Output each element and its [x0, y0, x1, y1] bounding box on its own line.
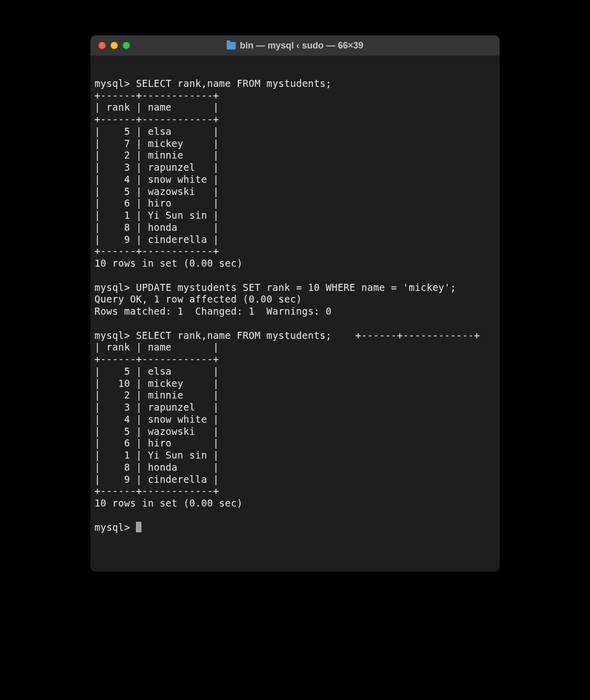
result-2a: Query OK, 1 row affected (0.00 sec)	[94, 293, 302, 305]
titlebar[interactable]: bin — mysql ‹ sudo — 66×39	[90, 35, 500, 56]
terminal-output: mysql> SELECT rank,name FROM mystudents;…	[90, 78, 500, 534]
window-title-text: bin — mysql ‹ sudo — 66×39	[240, 40, 364, 51]
table1-row: | 5 | elsa |	[94, 126, 219, 137]
query-3-line: mysql> SELECT rank,name FROM mystudents;…	[94, 330, 480, 341]
table1-header: | rank | name |	[94, 102, 219, 113]
table1-row: | 5 | wazowski |	[94, 186, 219, 197]
window-title: bin — mysql ‹ sudo — 66×39	[227, 40, 364, 51]
table2-row: | 8 | honda |	[94, 462, 219, 473]
table1-row: | 3 | rapunzel |	[94, 162, 219, 173]
table1-row: | 4 | snow white |	[94, 174, 219, 185]
table1-row: | 1 | Yi Sun sin |	[94, 210, 219, 221]
table2-header: | rank | name |	[94, 341, 219, 353]
result-3: 10 rows in set (0.00 sec)	[94, 497, 242, 509]
table1-row: | 2 | minnie |	[94, 149, 219, 161]
table2-row: | 6 | hiro |	[94, 437, 219, 448]
table2-row: | 1 | Yi Sun sin |	[94, 449, 219, 461]
table2-row: | 4 | snow white |	[94, 414, 219, 425]
query-1: SELECT rank,name FROM mystudents;	[136, 78, 331, 89]
prompt: mysql>	[94, 522, 130, 533]
table2-row: | 2 | minnie |	[94, 389, 219, 401]
table2-border: +------+------------+	[94, 354, 219, 365]
minimize-button[interactable]	[111, 42, 118, 49]
result-2b: Rows matched: 1 Changed: 1 Warnings: 0	[94, 306, 332, 317]
table2-row: | 3 | rapunzel |	[94, 402, 219, 413]
table1-row: | 7 | mickey |	[94, 138, 219, 149]
table1-border: +------+------------+	[94, 90, 219, 101]
prompt: mysql>	[94, 282, 130, 293]
traffic-lights	[99, 42, 130, 49]
table2-row: | 5 | wazowski |	[94, 426, 219, 437]
table1-row: | 9 | cinderella |	[94, 234, 219, 245]
cursor	[136, 522, 141, 532]
table2-row: | 10 | mickey |	[94, 378, 219, 389]
table1-row: | 8 | honda |	[94, 222, 219, 233]
table2-row: | 9 | cinderella |	[94, 474, 219, 485]
close-button[interactable]	[99, 42, 106, 49]
folder-icon	[227, 42, 236, 49]
table1-border: +------+------------+	[94, 114, 219, 125]
table1-row: | 6 | hiro |	[94, 197, 219, 209]
table1-border: +------+------------+	[94, 245, 219, 257]
terminal-window: bin — mysql ‹ sudo — 66×39 mysql> SELECT…	[90, 35, 500, 572]
table2-row: | 5 | elsa |	[94, 366, 219, 377]
maximize-button[interactable]	[123, 42, 130, 49]
prompt: mysql>	[94, 78, 130, 89]
table2-border: +------+------------+	[94, 485, 219, 496]
terminal-body[interactable]: mysql> SELECT rank,name FROM mystudents;…	[90, 56, 500, 572]
result-1: 10 rows in set (0.00 sec)	[94, 258, 242, 269]
query-2: UPDATE mystudents SET rank = 10 WHERE na…	[136, 282, 456, 293]
